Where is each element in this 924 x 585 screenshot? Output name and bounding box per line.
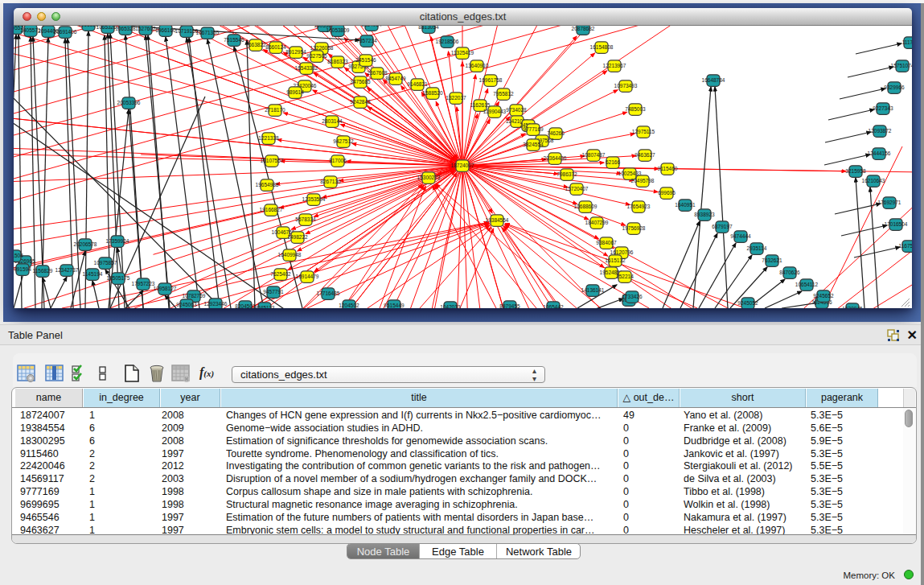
svg-text:12444156: 12444156 (868, 150, 891, 156)
svg-text:12213967: 12213967 (603, 63, 626, 68)
svg-text:7986372: 7986372 (556, 171, 577, 177)
svg-text:12975115: 12975115 (632, 129, 655, 134)
svg-text:9457791: 9457791 (263, 289, 284, 295)
svg-text:12093872: 12093872 (869, 128, 892, 134)
svg-text:16961758: 16961758 (479, 77, 503, 83)
svg-text:16107557: 16107557 (261, 158, 284, 163)
svg-text:14136141: 14136141 (581, 287, 605, 293)
svg-text:6966160: 6966160 (155, 27, 176, 33)
svg-text:12505175: 12505175 (107, 275, 130, 281)
svg-text:19654988: 19654988 (256, 182, 279, 187)
svg-text:9384067: 9384067 (596, 240, 617, 245)
svg-text:10975857: 10975857 (94, 260, 117, 266)
svg-text:7515546: 7515546 (224, 37, 244, 43)
svg-text:20878682: 20878682 (572, 26, 595, 31)
svg-text:20053396: 20053396 (117, 100, 141, 105)
svg-text:9245063: 9245063 (176, 302, 197, 307)
svg-text:12353594: 12353594 (302, 196, 326, 202)
svg-text:18407299: 18407299 (585, 220, 609, 225)
svg-text:7955812: 7955812 (493, 91, 514, 97)
svg-text:7857234: 7857234 (356, 38, 377, 43)
svg-text:17716485: 17716485 (317, 290, 340, 296)
svg-text:16053809: 16053809 (326, 27, 350, 33)
svg-text:7663822: 7663822 (245, 42, 266, 47)
svg-text:1527602: 1527602 (135, 26, 156, 31)
svg-text:981504: 981504 (14, 253, 23, 258)
svg-text:9734028: 9734028 (506, 107, 527, 113)
svg-text:2935114: 2935114 (747, 245, 767, 251)
svg-text:16543382: 16543382 (295, 65, 318, 71)
svg-text:817006: 817006 (329, 158, 347, 163)
svg-text:17957223: 17957223 (132, 281, 155, 286)
svg-text:991594: 991594 (14, 266, 31, 272)
svg-text:1615132: 1615132 (605, 257, 626, 263)
svg-text:1156829: 1156829 (33, 268, 53, 274)
svg-text:1588520: 1588520 (422, 90, 443, 96)
svg-text:12342737: 12342737 (55, 267, 79, 273)
svg-text:1042033: 1042033 (440, 304, 461, 308)
svg-text:2718170: 2718170 (265, 107, 285, 113)
svg-text:8912954: 8912954 (285, 49, 306, 55)
svg-text:9227343: 9227343 (873, 105, 893, 111)
svg-text:1065328: 1065328 (115, 26, 136, 31)
svg-text:699695: 699695 (658, 190, 676, 196)
svg-text:19166827: 19166827 (260, 207, 283, 212)
svg-text:19756928: 19756928 (622, 225, 646, 231)
svg-text:8938923: 8938923 (694, 212, 715, 217)
svg-text:10719155: 10719155 (175, 28, 199, 34)
svg-text:17016504: 17016504 (885, 221, 908, 227)
svg-text:2367608: 2367608 (367, 70, 388, 76)
svg-text:9777169: 9777169 (523, 126, 544, 132)
svg-text:20206578: 20206578 (74, 241, 97, 247)
svg-text:10782759: 10782759 (183, 293, 206, 299)
svg-text:20495798: 20495798 (631, 178, 655, 183)
svg-text:2451546: 2451546 (355, 57, 376, 63)
svg-text:1162615: 1162615 (470, 102, 491, 108)
svg-text:16914479: 16914479 (296, 274, 319, 279)
svg-text:15751074: 15751074 (891, 63, 912, 68)
svg-text:1322037: 1322037 (446, 95, 466, 101)
svg-text:1221338: 1221338 (258, 135, 279, 141)
svg-text:8979455: 8979455 (499, 303, 520, 308)
svg-text:10688609: 10688609 (574, 204, 598, 209)
svg-text:9245652: 9245652 (813, 293, 834, 299)
svg-text:1204502: 1204502 (339, 303, 359, 308)
svg-text:3215958: 3215958 (845, 168, 866, 174)
svg-text:11990443: 11990443 (483, 109, 507, 114)
svg-text:12923446: 12923446 (204, 301, 228, 307)
svg-text:9245113: 9245113 (255, 305, 275, 308)
svg-text:9115460: 9115460 (658, 166, 678, 171)
svg-text:15720407: 15720407 (565, 186, 589, 192)
svg-text:2803144: 2803144 (322, 118, 343, 124)
svg-text:17654923: 17654923 (627, 204, 651, 209)
svg-text:7485003: 7485003 (625, 106, 646, 112)
svg-text:10654112: 10654112 (795, 282, 819, 287)
svg-text:9463627: 9463627 (634, 152, 655, 158)
svg-text:9242848: 9242848 (350, 99, 371, 105)
svg-text:62166: 62166 (606, 159, 620, 165)
svg-text:8660124: 8660124 (265, 44, 286, 50)
svg-text:9146821: 9146821 (407, 81, 428, 87)
svg-text:8186323: 8186323 (327, 59, 348, 64)
svg-text:9329966: 9329966 (884, 84, 905, 90)
svg-text:1145194: 1145194 (83, 271, 103, 277)
svg-text:19218506: 19218506 (436, 39, 459, 44)
svg-text:9327506: 9327506 (306, 53, 327, 59)
svg-text:13640910: 13640910 (466, 63, 489, 68)
svg-text:1620945: 1620945 (842, 306, 863, 308)
svg-text:8470626: 8470626 (779, 270, 800, 275)
svg-text:16409948: 16409948 (278, 252, 302, 257)
svg-text:19384554: 19384554 (486, 217, 509, 223)
svg-text:8267130: 8267130 (320, 179, 341, 184)
svg-text:3475685: 3475685 (350, 79, 371, 84)
svg-text:11325419: 11325419 (451, 50, 474, 56)
svg-text:18724007: 18724007 (451, 163, 474, 168)
svg-text:10958127: 10958127 (154, 286, 177, 291)
svg-text:7632621: 7632621 (762, 257, 782, 263)
svg-text:20364436: 20364436 (544, 155, 567, 161)
svg-text:252214: 252214 (616, 274, 634, 279)
svg-text:9515449: 9515449 (384, 303, 405, 308)
svg-text:9474444: 9474444 (730, 233, 751, 239)
svg-text:15300273: 15300273 (417, 175, 441, 180)
svg-text:746266: 746266 (547, 130, 565, 136)
